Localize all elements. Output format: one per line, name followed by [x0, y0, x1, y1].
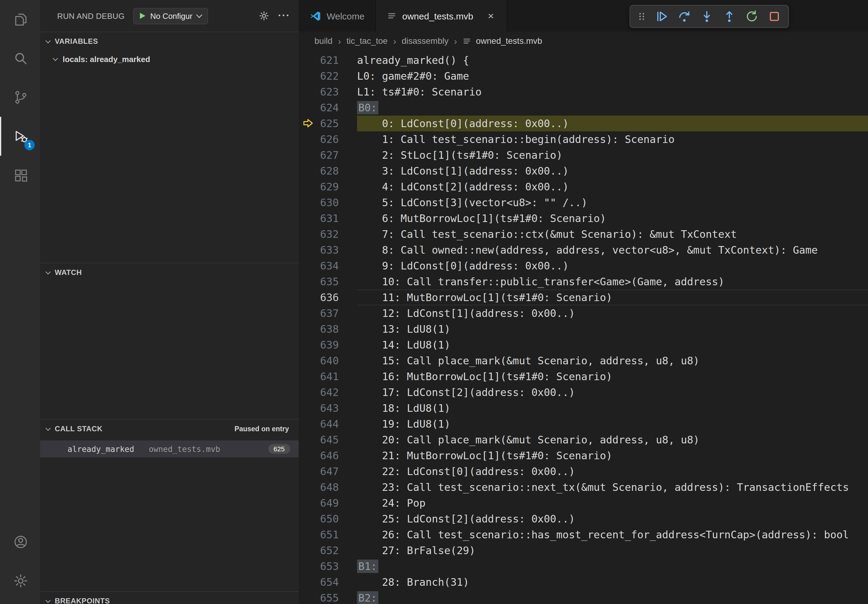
launch-configuration-dropdown[interactable]: No Configur	[133, 8, 208, 24]
code-text[interactable]: 10: Call transfer::public_transfer<Game>…	[357, 274, 868, 290]
code-text[interactable]: 11: MutBorrowLoc[1](ts#1#0: Scenario)	[357, 290, 868, 305]
code-line-651[interactable]: 651 26: Call test_scenario::has_most_rec…	[299, 527, 868, 542]
step-out-button[interactable]	[718, 7, 740, 26]
code-line-637[interactable]: 637 12: LdConst[1](address: 0x00..)	[299, 305, 868, 321]
more-actions-button[interactable]: ···	[278, 13, 290, 19]
gutter[interactable]: 637	[299, 305, 357, 321]
step-over-button[interactable]	[673, 7, 694, 26]
call-stack-frame[interactable]: already_markedowned_tests.mvb625	[40, 440, 299, 457]
watch-section-header[interactable]: WATCH	[40, 263, 299, 282]
code-line-650[interactable]: 650 25: LdConst[2](address: 0x00..)	[299, 511, 868, 527]
code-text[interactable]: 19: LdU8(1)	[357, 416, 868, 432]
code-text[interactable]: L0: game#2#0: Game	[357, 68, 868, 84]
drag-handle-icon[interactable]	[634, 7, 649, 26]
code-text[interactable]: 26: Call test_scenario::has_most_recent_…	[357, 527, 868, 542]
code-text[interactable]: 23: Call test_scenario::next_tx(&mut Sce…	[357, 479, 868, 495]
sidebar-item-explorer[interactable]	[0, 0, 40, 39]
code-line-643[interactable]: 643 18: LdU8(1)	[299, 400, 868, 416]
code-text[interactable]: B1:	[357, 558, 868, 574]
variables-section-header[interactable]: VARIABLES	[40, 32, 299, 51]
gutter[interactable]: 631	[299, 211, 357, 226]
code-line-638[interactable]: 638 13: LdU8(1)	[299, 321, 868, 337]
code-text[interactable]: 18: LdU8(1)	[357, 400, 868, 416]
code-text[interactable]: 17: LdConst[2](address: 0x00..)	[357, 384, 868, 400]
call-stack-section-header[interactable]: CALL STACK Paused on entry	[40, 420, 299, 438]
code-text[interactable]: 22: LdConst[0](address: 0x00..)	[357, 463, 868, 479]
tab-owned-tests-mvb[interactable]: owned_tests.mvb ×	[376, 0, 507, 32]
code-text[interactable]: B2:	[357, 590, 868, 604]
gutter[interactable]: 639	[299, 337, 357, 353]
code-text[interactable]: L1: ts#1#0: Scenario	[357, 84, 868, 100]
gutter[interactable]: 648	[299, 479, 357, 495]
gutter[interactable]: 640	[299, 353, 357, 369]
start-debugging-icon[interactable]	[140, 13, 146, 19]
gutter[interactable]: 638	[299, 321, 357, 337]
code-line-627[interactable]: 627 2: StLoc[1](ts#1#0: Scenario)	[299, 147, 868, 163]
code-text[interactable]: B0:	[357, 100, 868, 116]
code-line-625[interactable]: 625 0: LdConst[0](address: 0x00..)	[299, 116, 868, 132]
code-text[interactable]: 12: LdConst[1](address: 0x00..)	[357, 305, 868, 321]
code-text[interactable]: 21: MutBorrowLoc[1](ts#1#0: Scenario)	[357, 448, 868, 463]
gutter[interactable]: 644	[299, 416, 357, 432]
code-line-634[interactable]: 634 9: LdConst[0](address: 0x00..)	[299, 258, 868, 274]
gutter[interactable]: 654	[299, 574, 357, 590]
gutter[interactable]: 629	[299, 179, 357, 195]
code-line-630[interactable]: 630 5: LdConst[3](vector<u8>: "" /..)	[299, 195, 868, 211]
gutter[interactable]: 630	[299, 195, 357, 211]
gutter[interactable]: 647	[299, 463, 357, 479]
gutter[interactable]: 627	[299, 147, 357, 163]
code-line-628[interactable]: 628 3: LdConst[1](address: 0x00..)	[299, 163, 868, 179]
code-text[interactable]: 6: MutBorrowLoc[1](ts#1#0: Scenario)	[357, 211, 868, 226]
breadcrumb-item[interactable]: tic_tac_toe	[346, 36, 388, 46]
code-text[interactable]: 5: LdConst[3](vector<u8>: "" /..)	[357, 195, 868, 211]
code-text[interactable]: 1: Call test_scenario::begin(address): S…	[357, 132, 868, 147]
code-line-632[interactable]: 632 7: Call test_scenario::ctx(&mut Scen…	[299, 226, 868, 242]
code-text[interactable]: 2: StLoc[1](ts#1#0: Scenario)	[357, 147, 868, 163]
code-text[interactable]: 0: LdConst[0](address: 0x00..)	[357, 116, 868, 132]
code-text[interactable]: 25: LdConst[2](address: 0x00..)	[357, 511, 868, 527]
code-text[interactable]: 24: Pop	[357, 495, 868, 511]
variables-scope-row[interactable]: locals: already_marked	[40, 51, 299, 68]
code-line-623[interactable]: 623L1: ts#1#0: Scenario	[299, 84, 868, 100]
code-line-636[interactable]: 636 11: MutBorrowLoc[1](ts#1#0: Scenario…	[299, 290, 868, 305]
gutter[interactable]: 643	[299, 400, 357, 416]
gutter[interactable]: 645	[299, 432, 357, 448]
gutter[interactable]: 641	[299, 369, 357, 384]
gutter[interactable]: 632	[299, 226, 357, 242]
gutter[interactable]: 626	[299, 132, 357, 147]
configure-gear-button[interactable]	[259, 10, 270, 21]
continue-button[interactable]	[651, 7, 672, 26]
gutter[interactable]: 650	[299, 511, 357, 527]
step-into-button[interactable]	[696, 7, 717, 26]
breakpoints-section-header[interactable]: BREAKPOINTS	[40, 592, 299, 604]
code-line-622[interactable]: 622L0: game#2#0: Game	[299, 68, 868, 84]
code-line-631[interactable]: 631 6: MutBorrowLoc[1](ts#1#0: Scenario)	[299, 211, 868, 226]
gutter[interactable]: 624	[299, 100, 357, 116]
gutter[interactable]: 652	[299, 542, 357, 558]
code-line-652[interactable]: 652 27: BrFalse(29)	[299, 542, 868, 558]
code-line-635[interactable]: 635 10: Call transfer::public_transfer<G…	[299, 274, 868, 290]
code-line-644[interactable]: 644 19: LdU8(1)	[299, 416, 868, 432]
code-line-642[interactable]: 642 17: LdConst[2](address: 0x00..)	[299, 384, 868, 400]
sidebar-item-run-and-debug[interactable]: 1	[0, 117, 40, 156]
gutter[interactable]: 642	[299, 384, 357, 400]
tab-welcome[interactable]: Welcome	[299, 0, 376, 32]
code-text[interactable]: 15: Call place_mark(&mut Scenario, addre…	[357, 353, 868, 369]
gutter[interactable]: 623	[299, 84, 357, 100]
code-text[interactable]: 28: Branch(31)	[357, 574, 868, 590]
code-line-645[interactable]: 645 20: Call place_mark(&mut Scenario, a…	[299, 432, 868, 448]
code-line-648[interactable]: 648 23: Call test_scenario::next_tx(&mut…	[299, 479, 868, 495]
code-text[interactable]: 9: LdConst[0](address: 0x00..)	[357, 258, 868, 274]
code-text[interactable]: 16: MutBorrowLoc[1](ts#1#0: Scenario)	[357, 369, 868, 384]
code-text[interactable]: 4: LdConst[2](address: 0x00..)	[357, 179, 868, 195]
sidebar-item-search[interactable]	[0, 39, 40, 78]
code-text[interactable]: already_marked() {	[357, 52, 868, 68]
gutter[interactable]: 621	[299, 52, 357, 68]
code-text[interactable]: 20: Call place_mark(&mut Scenario, addre…	[357, 432, 868, 448]
gutter[interactable]: 622	[299, 68, 357, 84]
gutter[interactable]: 633	[299, 242, 357, 258]
code-line-654[interactable]: 654 28: Branch(31)	[299, 574, 868, 590]
code-text[interactable]: 8: Call owned::new(address, address, vec…	[357, 242, 868, 258]
close-tab-icon[interactable]: ×	[486, 10, 496, 22]
code-line-626[interactable]: 626 1: Call test_scenario::begin(address…	[299, 132, 868, 147]
